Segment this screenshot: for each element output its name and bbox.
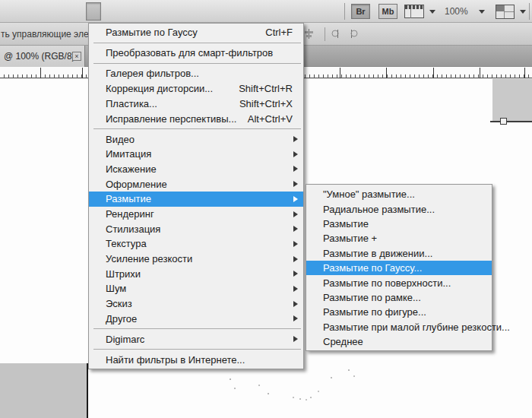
submenu-item-label: Размытие по рамке...	[306, 292, 492, 303]
submenu-item[interactable]: Радиальное размытие...	[306, 201, 492, 216]
menu-item-label: Преобразовать для смарт-фильтров	[89, 47, 293, 59]
submenu-item-label: Размытие +	[306, 233, 492, 244]
transform-box-edge-vertical[interactable]	[87, 363, 88, 418]
ruler-label	[386, 68, 389, 78]
submenu-item-label: "Умное" размытие...	[306, 188, 492, 200]
submenu-arrow-icon	[293, 271, 298, 277]
submenu-arrow-icon	[293, 166, 298, 172]
menu-item[interactable]: Найти фильтры в Интернете...	[89, 353, 303, 368]
menu-bar: Br Mb 100%	[0, 0, 532, 23]
ruler-label	[82, 68, 85, 78]
distribute-right-edges-icon[interactable]	[345, 28, 358, 40]
submenu-item[interactable]: Размытие при малой глубине резкости...	[306, 320, 492, 334]
zoom-level-control[interactable]: 100%	[445, 6, 468, 17]
menu-item[interactable]: Digimarc	[89, 332, 303, 347]
menu-item-label: Стилизация	[89, 223, 293, 235]
launch-mini-bridge-button[interactable]: Mb	[378, 4, 397, 19]
menu-item-shortcut: Shift+Ctrl+R	[239, 83, 303, 94]
submenu-item[interactable]: Среднее	[306, 334, 492, 349]
submenu-arrow-icon	[293, 211, 298, 217]
submenu-item[interactable]: Размытие по поверхности...	[306, 275, 492, 290]
distribute-left-edges-icon[interactable]	[331, 28, 344, 40]
menu-item[interactable]: Имитация	[89, 147, 303, 162]
menu-item[interactable]: Другое	[89, 312, 303, 327]
submenu-arrow-icon	[293, 181, 298, 187]
align-horizontal-centers-icon[interactable]	[302, 28, 315, 40]
submenu-arrow-icon	[293, 136, 298, 142]
menu-item[interactable]: Стилизация	[89, 221, 303, 236]
menu-item-label: Галерея фильтров...	[89, 68, 293, 79]
extras-dropdown-arrow-icon[interactable]	[429, 10, 435, 14]
menu-separator	[93, 349, 301, 350]
submenu-arrow-icon	[293, 256, 298, 262]
workspace-layout-icon[interactable]	[496, 5, 515, 19]
submenu-item-label: Размытие в движении...	[306, 248, 492, 259]
menu-item[interactable]: Усиление резкости	[89, 252, 303, 267]
transform-handle[interactable]	[500, 118, 507, 125]
transform-box-edge-horizontal[interactable]	[490, 121, 532, 122]
menu-separator	[93, 328, 301, 329]
menu-item[interactable]: Текстура	[89, 236, 303, 252]
submenu-arrow-icon	[293, 336, 298, 342]
menu-item-shortcut: Alt+Ctrl+V	[248, 113, 303, 125]
filter-dropdown-menu: Размытие по Гауссу Ctrl+F Преобразовать …	[88, 23, 304, 369]
pasteboard	[0, 363, 87, 418]
menu-item[interactable]: Исправление перспективы... Alt+Ctrl+V	[89, 111, 303, 126]
menu-item-label: Оформление	[89, 179, 293, 190]
launch-bridge-button[interactable]: Br	[351, 4, 370, 19]
zoom-dropdown-arrow-icon[interactable]	[479, 10, 485, 14]
menu-item-label: Искажение	[89, 163, 293, 175]
menu-item-label: Видео	[89, 134, 293, 145]
submenu-item[interactable]: Размытие	[306, 217, 492, 231]
menu-item-label: Эскиз	[89, 298, 293, 309]
menu-item[interactable]: Галерея фильтров...	[89, 66, 303, 81]
menubar-item[interactable]	[86, 2, 101, 21]
document-tab[interactable]: @ 100% (RGB/8) ×	[0, 46, 85, 67]
submenu-item-label: Радиальное размытие...	[306, 204, 492, 215]
photoshop-window: @ 100% (RGB/8) × ть управляющие элемен B…	[0, 0, 532, 418]
menu-item[interactable]: Оформление	[89, 176, 303, 192]
document-tab-title: @ 100% (RGB/8)	[4, 51, 75, 62]
menu-item-label: Рендеринг	[89, 208, 293, 220]
submenu-arrow-icon	[293, 286, 298, 292]
menu-item[interactable]: Коррекция дисторсии... Shift+Ctrl+R	[89, 81, 303, 97]
submenu-arrow-icon	[293, 226, 298, 232]
menu-item[interactable]: Видео	[89, 131, 303, 147]
menu-item[interactable]: Преобразовать для смарт-фильтров	[89, 46, 303, 61]
ruler-label	[433, 68, 436, 78]
submenu-item-label: Размытие по поверхности...	[306, 277, 492, 289]
submenu-item-label: Размытие	[306, 218, 492, 230]
submenu-item-label: Размытие по фигуре...	[306, 306, 492, 318]
menu-item[interactable]: Размытие	[89, 192, 303, 207]
menu-item-label: Пластика...	[89, 98, 239, 109]
menu-item-label: Исправление перспективы...	[89, 113, 248, 125]
submenu-arrow-icon	[293, 151, 298, 157]
submenu-item-label: Среднее	[306, 336, 492, 347]
ruler-label	[340, 68, 343, 78]
menu-item-label: Усиление резкости	[89, 253, 293, 264]
menu-item[interactable]: Искажение	[89, 162, 303, 177]
menu-item[interactable]: Размытие по Гауссу Ctrl+F	[89, 25, 303, 40]
tab-close-icon[interactable]: ×	[72, 52, 81, 61]
submenu-item[interactable]: Размытие по рамке...	[306, 290, 492, 305]
ruler-label	[524, 68, 527, 78]
workspace-dropdown-arrow-icon[interactable]	[520, 10, 526, 14]
submenu-item[interactable]: Размытие +	[306, 231, 492, 245]
menu-separator	[93, 128, 301, 129]
menu-item-label: Найти фильтры в Интернете...	[89, 354, 293, 366]
menu-item[interactable]: Пластика... Shift+Ctrl+X	[89, 97, 303, 112]
ruler-label	[40, 68, 43, 78]
submenu-item[interactable]: Размытие по Гауссу...	[306, 261, 492, 275]
menu-item-label: Digimarc	[89, 334, 293, 345]
submenu-item[interactable]: "Умное" размытие...	[306, 187, 492, 201]
menu-item[interactable]: Рендеринг	[89, 207, 303, 222]
blur-submenu: "Умное" размытие... Радиальное размытие.…	[306, 184, 492, 351]
menu-item[interactable]: Шум	[89, 281, 303, 296]
menu-item-shortcut: Shift+Ctrl+X	[239, 98, 303, 109]
menu-item[interactable]: Эскиз	[89, 296, 303, 312]
submenu-item[interactable]: Размытие в движении...	[306, 246, 492, 261]
menu-item[interactable]: Штрихи	[89, 266, 303, 281]
view-extras-icon[interactable]	[404, 5, 424, 18]
gray-layer-region	[492, 79, 532, 121]
submenu-item[interactable]: Размытие по фигуре...	[306, 305, 492, 319]
